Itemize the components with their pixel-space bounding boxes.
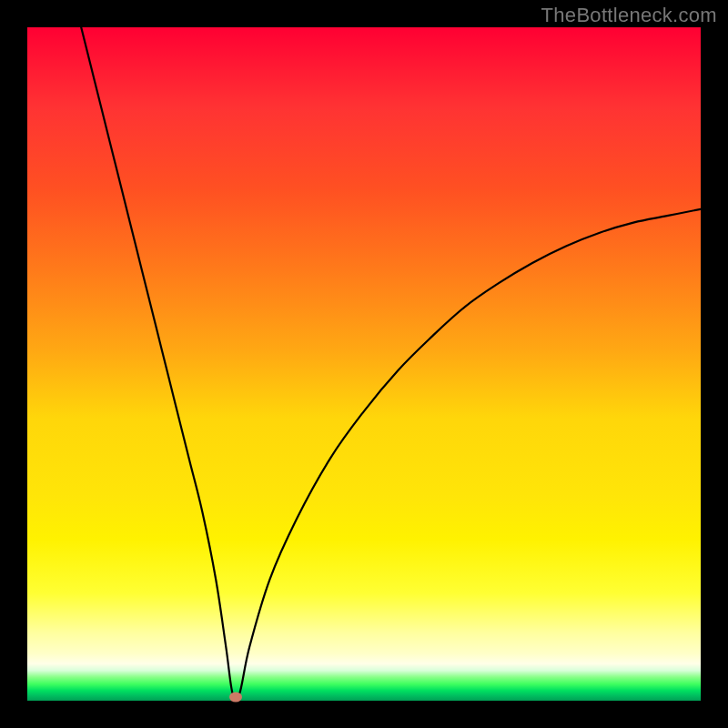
chart-plot-area xyxy=(27,27,701,701)
chart-curve xyxy=(27,27,701,701)
watermark-text: TheBottleneck.com xyxy=(541,4,717,27)
chart-marker-dot xyxy=(229,693,242,703)
